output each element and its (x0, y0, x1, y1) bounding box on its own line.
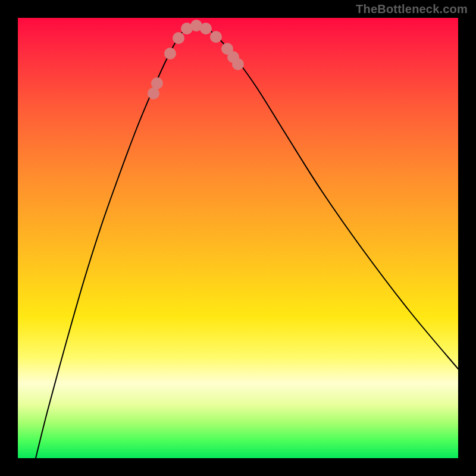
curve-marker (164, 48, 176, 60)
curve-marker (232, 58, 244, 70)
curve-marker (148, 87, 159, 99)
curve-marker (173, 32, 184, 44)
curve-marker (151, 77, 163, 89)
curve-marker (200, 23, 212, 35)
curve-marker (210, 31, 222, 43)
chart-frame: TheBottleneck.com (0, 0, 476, 476)
curve-markers (148, 20, 244, 99)
plot-area (18, 18, 458, 458)
chart-overlay-svg (18, 18, 458, 458)
watermark-text: TheBottleneck.com (356, 2, 468, 16)
bottleneck-curve (36, 24, 458, 458)
